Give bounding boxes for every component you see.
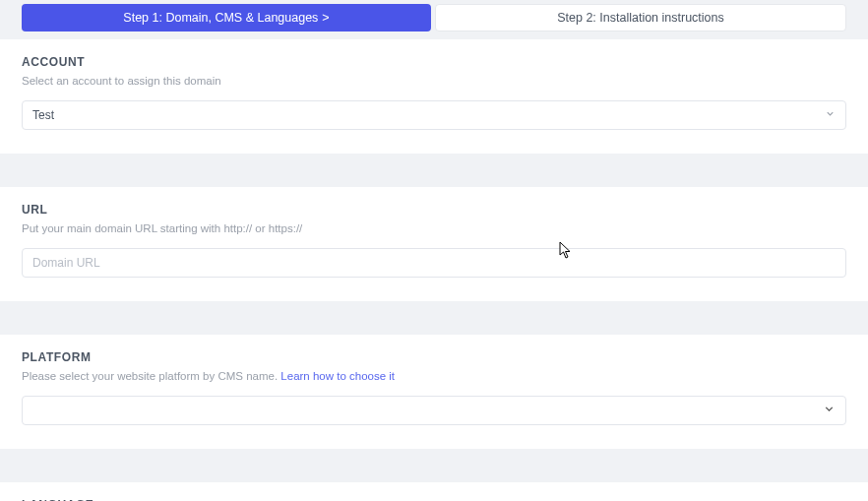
section-language: LANGUAGE Select the base language of you… — [0, 482, 868, 501]
platform-select[interactable] — [22, 396, 846, 425]
section-account-hint: Select an account to assign this domain — [22, 75, 846, 87]
tab-step-1-caret: > — [322, 11, 329, 25]
account-select[interactable]: Test — [22, 100, 846, 130]
section-url: URL Put your main domain URL starting wi… — [0, 187, 868, 301]
section-url-title: URL — [22, 203, 846, 217]
tab-step-2[interactable]: Step 2: Installation instructions — [435, 4, 846, 31]
tab-step-1-label: Step 1: Domain, CMS & Languages — [123, 11, 318, 25]
section-url-hint: Put your main domain URL starting with h… — [22, 222, 846, 234]
chevron-down-icon — [823, 403, 836, 418]
domain-url-placeholder: Domain URL — [32, 256, 100, 270]
domain-url-input[interactable]: Domain URL — [22, 248, 846, 278]
account-select-value: Test — [32, 108, 54, 122]
section-platform-hint: Please select your website platform by C… — [22, 370, 846, 382]
section-platform: PLATFORM Please select your website plat… — [0, 335, 868, 449]
wizard-tabs: Step 1: Domain, CMS & Languages > Step 2… — [0, 0, 868, 31]
tab-step-1[interactable]: Step 1: Domain, CMS & Languages > — [22, 4, 431, 31]
section-platform-title: PLATFORM — [22, 350, 846, 364]
section-account-title: ACCOUNT — [22, 55, 846, 69]
chevron-down-icon — [825, 108, 836, 122]
section-account: ACCOUNT Select an account to assign this… — [0, 39, 868, 154]
section-platform-hint-text: Please select your website platform by C… — [22, 370, 280, 382]
platform-learn-link[interactable]: Learn how to choose it — [280, 370, 395, 382]
tab-step-2-label: Step 2: Installation instructions — [557, 11, 724, 25]
